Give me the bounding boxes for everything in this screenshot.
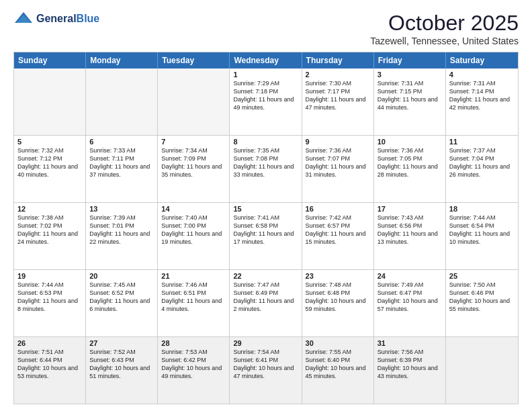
- day-number: 26: [17, 339, 82, 347]
- cell-text: Sunrise: 7:39 AMSunset: 7:01 PMDaylight:…: [89, 214, 154, 246]
- cell-text: Sunrise: 7:49 AMSunset: 6:47 PMDaylight:…: [378, 281, 442, 314]
- calendar-cell: 12Sunrise: 7:38 AMSunset: 7:02 PMDayligh…: [14, 203, 86, 269]
- calendar-cell: 14Sunrise: 7:40 AMSunset: 7:00 PMDayligh…: [158, 203, 230, 269]
- cell-text: Sunrise: 7:33 AMSunset: 7:11 PMDaylight:…: [89, 146, 154, 179]
- calendar-cell: 8Sunrise: 7:35 AMSunset: 7:08 PMDaylight…: [230, 136, 302, 202]
- day-number: 31: [378, 339, 442, 347]
- calendar: SundayMondayTuesdayWednesdayThursdayFrid…: [13, 52, 519, 404]
- calendar-row: 12Sunrise: 7:38 AMSunset: 7:02 PMDayligh…: [14, 202, 518, 269]
- day-number: 1: [233, 71, 298, 79]
- title-block: October 2025 Tazewell, Tennessee, United…: [370, 11, 519, 46]
- day-number: 17: [378, 205, 442, 213]
- calendar-cell: 7Sunrise: 7:34 AMSunset: 7:09 PMDaylight…: [158, 136, 230, 202]
- calendar-cell: 19Sunrise: 7:44 AMSunset: 6:53 PMDayligh…: [14, 270, 86, 336]
- weekday-header: Friday: [374, 52, 446, 68]
- calendar-row: 26Sunrise: 7:51 AMSunset: 6:44 PMDayligh…: [14, 336, 518, 404]
- calendar-cell: 28Sunrise: 7:53 AMSunset: 6:42 PMDayligh…: [158, 337, 230, 404]
- calendar-cell: 13Sunrise: 7:39 AMSunset: 7:01 PMDayligh…: [86, 203, 158, 269]
- weekday-header: Monday: [86, 52, 158, 68]
- day-number: 23: [306, 272, 370, 280]
- cell-text: Sunrise: 7:41 AMSunset: 6:58 PMDaylight:…: [233, 214, 298, 246]
- day-number: 27: [89, 339, 154, 347]
- cell-text: Sunrise: 7:54 AMSunset: 6:41 PMDaylight:…: [233, 348, 298, 381]
- calendar-cell: 23Sunrise: 7:48 AMSunset: 6:48 PMDayligh…: [302, 270, 374, 336]
- calendar-cell: 9Sunrise: 7:36 AMSunset: 7:07 PMDaylight…: [302, 136, 374, 202]
- calendar-cell: 1Sunrise: 7:29 AMSunset: 7:18 PMDaylight…: [230, 68, 302, 135]
- day-number: 19: [17, 272, 82, 280]
- cell-text: Sunrise: 7:36 AMSunset: 7:07 PMDaylight:…: [306, 146, 370, 179]
- cell-text: Sunrise: 7:32 AMSunset: 7:12 PMDaylight:…: [17, 146, 82, 179]
- cell-text: Sunrise: 7:44 AMSunset: 6:53 PMDaylight:…: [17, 281, 82, 314]
- calendar-cell: 22Sunrise: 7:47 AMSunset: 6:49 PMDayligh…: [230, 270, 302, 336]
- cell-text: Sunrise: 7:52 AMSunset: 6:43 PMDaylight:…: [89, 348, 154, 381]
- calendar-cell: 16Sunrise: 7:42 AMSunset: 6:57 PMDayligh…: [302, 203, 374, 269]
- calendar-cell: 11Sunrise: 7:37 AMSunset: 7:04 PMDayligh…: [446, 136, 518, 202]
- day-number: 18: [449, 205, 515, 213]
- cell-text: Sunrise: 7:50 AMSunset: 6:46 PMDaylight:…: [449, 281, 515, 314]
- calendar-cell: 20Sunrise: 7:45 AMSunset: 6:52 PMDayligh…: [86, 270, 158, 336]
- page: GeneralBlue October 2025 Tazewell, Tenne…: [0, 0, 532, 411]
- weekday-header: Wednesday: [230, 52, 302, 68]
- calendar-cell: 2Sunrise: 7:30 AMSunset: 7:17 PMDaylight…: [302, 68, 374, 135]
- calendar-cell: 29Sunrise: 7:54 AMSunset: 6:41 PMDayligh…: [230, 337, 302, 404]
- day-number: 7: [161, 138, 226, 146]
- calendar-cell: 21Sunrise: 7:46 AMSunset: 6:51 PMDayligh…: [158, 270, 230, 336]
- cell-text: Sunrise: 7:46 AMSunset: 6:51 PMDaylight:…: [161, 281, 226, 314]
- day-number: 3: [378, 71, 442, 79]
- cell-text: Sunrise: 7:29 AMSunset: 7:18 PMDaylight:…: [233, 79, 298, 112]
- calendar-cell: 18Sunrise: 7:44 AMSunset: 6:54 PMDayligh…: [446, 203, 518, 269]
- cell-text: Sunrise: 7:44 AMSunset: 6:54 PMDaylight:…: [449, 214, 515, 246]
- calendar-cell: 30Sunrise: 7:55 AMSunset: 6:40 PMDayligh…: [302, 337, 374, 404]
- cell-text: Sunrise: 7:43 AMSunset: 6:56 PMDaylight:…: [378, 214, 442, 246]
- day-number: 14: [161, 205, 226, 213]
- cell-text: Sunrise: 7:47 AMSunset: 6:49 PMDaylight:…: [233, 281, 298, 314]
- weekday-header: Saturday: [446, 52, 518, 68]
- day-number: 25: [449, 272, 515, 280]
- cell-text: Sunrise: 7:31 AMSunset: 7:15 PMDaylight:…: [378, 79, 442, 112]
- day-number: 5: [17, 138, 82, 146]
- calendar-cell: [86, 68, 158, 135]
- calendar-header: SundayMondayTuesdayWednesdayThursdayFrid…: [14, 52, 518, 68]
- cell-text: Sunrise: 7:51 AMSunset: 6:44 PMDaylight:…: [17, 348, 82, 381]
- calendar-row: 5Sunrise: 7:32 AMSunset: 7:12 PMDaylight…: [14, 135, 518, 202]
- cell-text: Sunrise: 7:53 AMSunset: 6:42 PMDaylight:…: [161, 348, 226, 381]
- logo-icon: [13, 11, 34, 27]
- logo: GeneralBlue: [13, 11, 99, 27]
- day-number: 12: [17, 205, 82, 213]
- day-number: 24: [378, 272, 442, 280]
- calendar-cell: 5Sunrise: 7:32 AMSunset: 7:12 PMDaylight…: [14, 136, 86, 202]
- month-title: October 2025: [370, 11, 519, 36]
- cell-text: Sunrise: 7:40 AMSunset: 7:00 PMDaylight:…: [161, 214, 226, 246]
- header: GeneralBlue October 2025 Tazewell, Tenne…: [13, 11, 519, 46]
- calendar-cell: 4Sunrise: 7:31 AMSunset: 7:14 PMDaylight…: [446, 68, 518, 135]
- cell-text: Sunrise: 7:55 AMSunset: 6:40 PMDaylight:…: [306, 348, 370, 381]
- calendar-cell: 27Sunrise: 7:52 AMSunset: 6:43 PMDayligh…: [86, 337, 158, 404]
- calendar-cell: 15Sunrise: 7:41 AMSunset: 6:58 PMDayligh…: [230, 203, 302, 269]
- calendar-cell: [158, 68, 230, 135]
- day-number: 11: [449, 138, 515, 146]
- weekday-header: Sunday: [14, 52, 86, 68]
- cell-text: Sunrise: 7:30 AMSunset: 7:17 PMDaylight:…: [306, 79, 370, 112]
- day-number: 21: [161, 272, 226, 280]
- calendar-cell: 26Sunrise: 7:51 AMSunset: 6:44 PMDayligh…: [14, 337, 86, 404]
- cell-text: Sunrise: 7:35 AMSunset: 7:08 PMDaylight:…: [233, 146, 298, 179]
- cell-text: Sunrise: 7:31 AMSunset: 7:14 PMDaylight:…: [449, 79, 515, 112]
- calendar-row: 1Sunrise: 7:29 AMSunset: 7:18 PMDaylight…: [14, 68, 518, 135]
- cell-text: Sunrise: 7:48 AMSunset: 6:48 PMDaylight:…: [306, 281, 370, 314]
- calendar-cell: 25Sunrise: 7:50 AMSunset: 6:46 PMDayligh…: [446, 270, 518, 336]
- calendar-row: 19Sunrise: 7:44 AMSunset: 6:53 PMDayligh…: [14, 269, 518, 336]
- day-number: 13: [89, 205, 154, 213]
- day-number: 2: [306, 71, 370, 79]
- calendar-cell: 31Sunrise: 7:56 AMSunset: 6:39 PMDayligh…: [374, 337, 446, 404]
- calendar-cell: [446, 337, 518, 404]
- calendar-cell: 10Sunrise: 7:36 AMSunset: 7:05 PMDayligh…: [374, 136, 446, 202]
- day-number: 20: [89, 272, 154, 280]
- weekday-header: Thursday: [302, 52, 374, 68]
- calendar-cell: 24Sunrise: 7:49 AMSunset: 6:47 PMDayligh…: [374, 270, 446, 336]
- location: Tazewell, Tennessee, United States: [370, 36, 519, 46]
- cell-text: Sunrise: 7:37 AMSunset: 7:04 PMDaylight:…: [449, 146, 515, 179]
- day-number: 4: [449, 71, 515, 79]
- calendar-cell: 17Sunrise: 7:43 AMSunset: 6:56 PMDayligh…: [374, 203, 446, 269]
- day-number: 16: [306, 205, 370, 213]
- cell-text: Sunrise: 7:45 AMSunset: 6:52 PMDaylight:…: [89, 281, 154, 314]
